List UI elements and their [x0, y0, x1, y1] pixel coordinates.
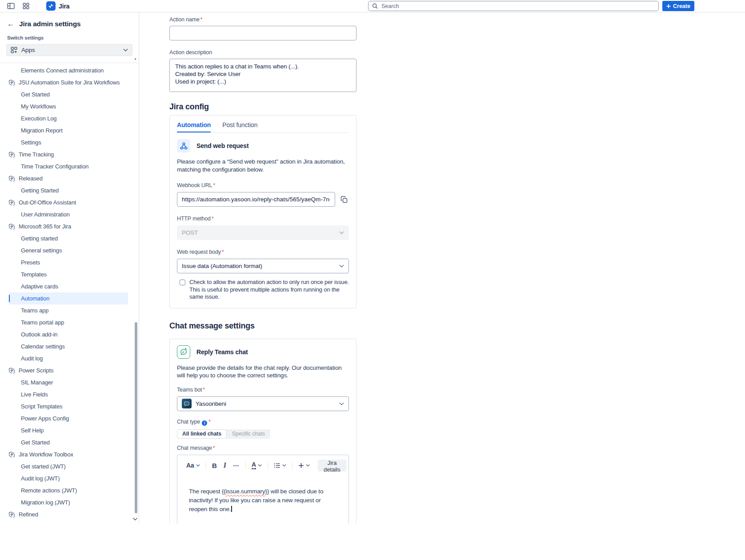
sidebar-header: ← Jira admin settings Switch settings Ap… [0, 12, 139, 63]
back-arrow-button[interactable]: ← [7, 20, 14, 28]
teams-bot-select[interactable]: Yasoonbeni [177, 396, 349, 411]
sidebar-item-released[interactable]: Released [9, 172, 128, 184]
scroll-down-chevron-icon[interactable] [132, 517, 138, 521]
action-name-input[interactable] [169, 26, 356, 40]
sidebar-item-label: Getting Started [21, 187, 59, 194]
sidebar-item-label: Settings [21, 139, 41, 146]
sidebar-item-audit-log[interactable]: Audit log [9, 352, 128, 364]
italic-button[interactable]: I [223, 460, 227, 470]
sidebar-item-out-of-office-assistant[interactable]: Out-Of-Office Assistant [9, 196, 128, 208]
insert-dropdown[interactable] [297, 462, 311, 469]
sidebar-item-migration-report[interactable]: Migration Report [9, 124, 128, 136]
sidebar-item-jsu-automation-suite-for-jira-workflows[interactable]: JSU Automation Suite for Jira Workflows [9, 76, 128, 88]
copy-webhook-url-button[interactable] [339, 195, 349, 204]
sidebar-item-templates[interactable]: Templates [9, 268, 128, 280]
web-request-body-select[interactable]: Issue data (Automation format) [177, 259, 349, 273]
webhook-url-input[interactable] [177, 192, 335, 207]
sidebar-item-calendar-settings[interactable]: Calendar settings [9, 340, 128, 352]
sidebar-item-label: Migration log (JWT) [21, 499, 70, 506]
sidebar-item-label: General settings [21, 247, 62, 254]
sidebar-item-getting-started[interactable]: Getting started [9, 232, 128, 244]
text-cursor [231, 506, 232, 512]
apps-grid-plus-icon [11, 47, 17, 53]
reply-teams-chat-icon [177, 345, 190, 359]
sidebar-item-teams-app[interactable]: Teams app [9, 304, 128, 316]
tab-post-function[interactable]: Post function [222, 121, 257, 132]
sidebar-item-teams-portal-app[interactable]: Teams portal app [9, 316, 128, 328]
text-style-dropdown[interactable]: Aa [185, 461, 201, 470]
info-icon[interactable] [202, 420, 207, 426]
sidebar-scrollbar[interactable] [135, 322, 137, 513]
sidebar-item-time-tracker-configuration[interactable]: Time Tracker Configuration [9, 160, 128, 172]
sidebar-item-time-tracking[interactable]: Time Tracking [9, 148, 128, 160]
web-request-body-label: Web request body [177, 249, 349, 255]
sidebar-nav: Elements Connect administration JSU Auto… [0, 63, 139, 524]
text-color-dropdown[interactable]: A [251, 460, 263, 470]
sidebar-item-audit-log-jwt[interactable]: Audit log (JWT) [9, 472, 128, 484]
editor-toolbar: Aa B I ⋯ A [177, 455, 348, 475]
app-icon [9, 152, 15, 157]
chat-type-all-linked-chats[interactable]: All linked chats [177, 429, 227, 439]
app-name: Jira [59, 3, 69, 10]
chat-type-label: Chat type [177, 419, 349, 426]
sidebar-item-label: User Administration [21, 211, 70, 218]
global-search[interactable] [368, 1, 659, 11]
sidebar-item-user-administration[interactable]: User Administration [9, 208, 128, 220]
sidebar-item-power-scripts[interactable]: Power Scripts [9, 364, 128, 376]
bold-button[interactable]: B [211, 461, 218, 470]
settings-category-selector[interactable]: Apps [6, 44, 132, 56]
app-switcher-button[interactable] [22, 2, 30, 10]
sidebar-item-label: Time Tracking [19, 151, 54, 158]
sidebar-item-automation[interactable]: Automation [9, 292, 128, 304]
sidebar-item-power-apps-config[interactable]: Power Apps Config [9, 412, 128, 424]
sidebar-item-execution-log[interactable]: Execution Log [9, 112, 128, 124]
jira-home-link[interactable]: Jira [46, 1, 69, 11]
sidebar-item-my-workflows[interactable]: My Workflows [9, 100, 128, 112]
sidebar-item-sil-manager[interactable]: SIL Manager [9, 376, 128, 388]
action-description-textarea[interactable]: This action replies to a chat in Teams w… [169, 59, 356, 92]
sidebar-item-migration-log-jwt[interactable]: Migration log (JWT) [9, 496, 128, 508]
http-method-label: HTTP method [177, 216, 349, 222]
jira-config-heading: Jira config [169, 102, 356, 112]
plus-icon [298, 463, 304, 468]
sidebar-item-outlook-add-in[interactable]: Outlook add-in [9, 328, 128, 340]
app-icon [9, 452, 15, 457]
sidebar-item-remote-actions-jwt[interactable]: Remote actions (JWT) [9, 484, 128, 496]
sidebar-item-label: Getting started [21, 235, 58, 242]
chat-message-content[interactable]: The request {{issue.summary}} will be cl… [177, 475, 348, 524]
sidebar-item-microsoft-365-for-jira[interactable]: Microsoft 365 for Jira [9, 220, 128, 232]
sidebar-item-get-started-jwt[interactable]: Get started (JWT) [9, 460, 128, 472]
sidebar-item-script-templates[interactable]: Script Templates [9, 400, 128, 412]
create-button-label: Create [673, 3, 690, 9]
sidebar-item-settings[interactable]: Settings [9, 136, 128, 148]
sidebar-item-presets[interactable]: Presets [9, 256, 128, 268]
search-input[interactable] [381, 3, 655, 10]
more-formatting-button[interactable]: ⋯ [232, 461, 240, 470]
sidebar-item-live-fields[interactable]: Live Fields [9, 388, 128, 400]
sidebar-item-elements-connect-administration[interactable]: Elements Connect administration [9, 64, 128, 76]
chevron-down-icon [339, 264, 344, 268]
sidebar-item-getting-started[interactable]: Getting Started [9, 184, 128, 196]
jira-details-button[interactable]: Jira details [318, 460, 346, 472]
run-once-checkbox[interactable] [180, 280, 185, 285]
tab-automation[interactable]: Automation [177, 121, 211, 132]
sidebar-item-refined[interactable]: Refined [9, 508, 128, 520]
collapse-sidebar-button[interactable] [6, 2, 16, 10]
jira-config-tabs: Automation Post function [177, 116, 349, 133]
search-icon [372, 3, 378, 9]
chat-settings-description: Please provide the details for the chat … [177, 364, 351, 380]
sidebar-item-configuration[interactable]: Configuration [9, 520, 128, 524]
sidebar-item-adaptive-cards[interactable]: Adaptive cards [9, 280, 128, 292]
sidebar-item-jira-workflow-toolbox[interactable]: Jira Workflow Toolbox [9, 448, 128, 460]
sidebar-item-get-started[interactable]: Get Started [9, 436, 128, 448]
sidebar-item-general-settings[interactable]: General settings [9, 244, 128, 256]
http-method-select[interactable]: POST [177, 225, 349, 240]
create-button[interactable]: Create [662, 1, 694, 11]
jira-config-card: Automation Post function Send [169, 115, 356, 308]
webhook-icon [177, 139, 190, 152]
message-variable: issue.summary [226, 488, 265, 495]
sidebar-item-self-help[interactable]: Self Help [9, 424, 128, 436]
sidebar-item-get-started[interactable]: Get Started [9, 88, 128, 100]
list-dropdown[interactable] [273, 462, 287, 469]
chat-type-specific-chats[interactable]: Specific chats [225, 429, 270, 439]
